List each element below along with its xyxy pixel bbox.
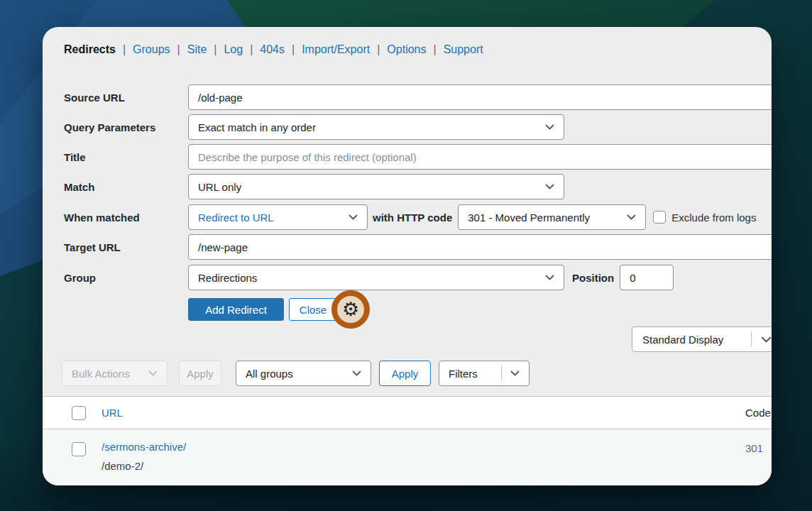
exclude-from-logs-label: Exclude from logs [671, 211, 756, 224]
position-label: Position [572, 272, 614, 284]
nav-item-404s[interactable]: 404s [260, 43, 285, 56]
query-parameters-value: Exact match in any order [198, 121, 545, 133]
position-input[interactable] [620, 265, 674, 290]
redirect-target-text: /demo-2/ [102, 460, 186, 472]
column-header-code: Code [745, 407, 771, 419]
exclude-from-logs-checkbox[interactable] [653, 211, 666, 224]
filters-button[interactable]: Filters [439, 361, 530, 386]
when-matched-value: Redirect to URL [198, 211, 349, 224]
chevron-down-icon [545, 275, 554, 280]
table-row: /sermons-archive/ /demo-2/ 301 [43, 429, 772, 485]
group-filter-select[interactable]: All groups [236, 361, 371, 386]
nav-item-redirects[interactable]: Redirects [64, 43, 116, 56]
bulk-actions-select: Bulk Actions [62, 361, 168, 386]
add-redirect-button[interactable]: Add Redirect [188, 298, 284, 321]
match-label: Match [64, 181, 188, 193]
nav-item-import-export[interactable]: Import/Export [302, 43, 370, 56]
form-row-target-url: Target URL [64, 234, 772, 260]
redirection-plugin-panel: Redirects | Groups | Site | Log | 404s |… [43, 27, 772, 485]
chevron-down-icon [352, 370, 361, 376]
redirects-table: URL Code /sermons-archive/ /demo-2/ 301 [43, 396, 772, 485]
chevron-down-icon [510, 370, 520, 376]
when-matched-select[interactable]: Redirect to URL [188, 204, 368, 230]
chevron-down-icon [545, 184, 554, 189]
nav-item-log[interactable]: Log [224, 43, 243, 56]
target-url-label: Target URL [64, 241, 188, 253]
http-code-select[interactable]: 301 - Moved Permanently [458, 204, 646, 230]
form-row-when-matched: When matched Redirect to URL with HTTP c… [64, 204, 756, 230]
row-checkbox[interactable] [72, 442, 86, 456]
form-row-group: Group Redirections Position [64, 265, 674, 290]
url-cell: /sermons-archive/ /demo-2/ [102, 441, 186, 485]
select-all-checkbox[interactable] [72, 406, 86, 420]
bulk-apply-button: Apply [179, 361, 221, 386]
bulk-actions-value: Bulk Actions [72, 368, 148, 380]
query-parameters-select[interactable]: Exact match in any order [188, 114, 564, 140]
when-matched-label: When matched [64, 211, 188, 224]
filters-label: Filters [449, 368, 501, 380]
source-url-input[interactable] [188, 84, 772, 110]
table-toolbar: Bulk Actions Apply All groups Apply Filt… [62, 361, 530, 386]
click-highlight-ring: ⚙ [331, 290, 370, 329]
chevron-down-icon [627, 214, 636, 220]
redirect-code: 301 [745, 442, 763, 454]
http-code-value: 301 - Moved Permanently [468, 211, 627, 224]
nav-separator: | [214, 43, 216, 56]
nav-separator: | [123, 43, 126, 56]
title-label: Title [64, 151, 188, 163]
gear-icon[interactable]: ⚙ [342, 300, 359, 319]
chevron-down-icon [545, 124, 554, 130]
table-header: URL Code [43, 396, 772, 429]
http-code-label: with HTTP code [373, 211, 452, 224]
form-row-query-parameters: Query Parameters Exact match in any orde… [64, 114, 564, 140]
source-url-label: Source URL [64, 92, 188, 104]
form-row-title: Title [64, 144, 772, 170]
nav-separator: | [177, 43, 180, 56]
group-filter-value: All groups [246, 368, 352, 380]
button-divider [501, 366, 502, 381]
nav-item-groups[interactable]: Groups [133, 43, 170, 56]
nav-separator: | [377, 43, 380, 56]
match-select[interactable]: URL only [188, 174, 564, 199]
nav-separator: | [433, 43, 436, 56]
close-button[interactable]: Close [289, 298, 337, 321]
match-value: URL only [198, 181, 545, 193]
chevron-down-icon [148, 370, 158, 376]
nav-item-site[interactable]: Site [187, 43, 207, 56]
form-row-source-url: Source URL [64, 84, 772, 110]
chevron-down-icon [349, 214, 358, 220]
group-select[interactable]: Redirections [188, 265, 564, 290]
nav-item-support[interactable]: Support [444, 43, 483, 56]
target-url-input[interactable] [188, 234, 772, 260]
redirect-source-link[interactable]: /sermons-archive/ [102, 441, 186, 453]
nav-separator: | [292, 43, 295, 56]
display-options-label: Standard Display [642, 334, 751, 346]
form-row-match: Match URL only [64, 174, 564, 199]
chevron-down-icon [761, 336, 772, 343]
column-header-url[interactable]: URL [102, 407, 123, 419]
nav-item-options[interactable]: Options [387, 43, 426, 56]
filter-apply-button[interactable]: Apply [379, 361, 431, 386]
title-input[interactable] [188, 144, 772, 170]
plugin-nav: Redirects | Groups | Site | Log | 404s |… [64, 43, 483, 56]
group-label: Group [64, 272, 188, 284]
form-actions: Add Redirect Close [188, 298, 337, 321]
button-divider [751, 331, 752, 347]
group-value: Redirections [198, 272, 545, 284]
display-options-button[interactable]: Standard Display [632, 326, 772, 352]
nav-separator: | [250, 43, 253, 56]
query-parameters-label: Query Parameters [64, 121, 188, 133]
